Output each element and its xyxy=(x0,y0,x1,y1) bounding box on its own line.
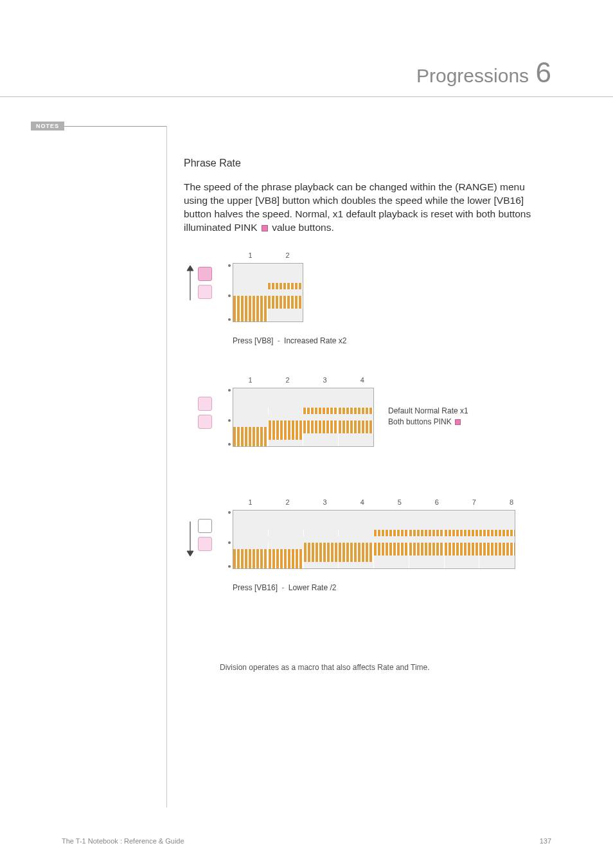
svg-marker-1 xyxy=(187,266,193,271)
vb8-button-indicator xyxy=(198,519,212,533)
grid1-col-labels: 1 2 xyxy=(233,251,305,259)
page-header: Progressions 6 xyxy=(0,57,613,97)
header-title: Progressions xyxy=(416,65,529,87)
caption-rate-half: Press [VB16] - Lower Rate /2 xyxy=(233,583,336,592)
grid2-col-labels: 1 2 3 4 xyxy=(233,376,380,384)
section-title: Phrase Rate xyxy=(184,158,547,169)
caption-rate-x2: Press [VB8] - Increased Rate x2 xyxy=(233,336,346,345)
dash-icon: - xyxy=(281,583,284,592)
col-label: 1 xyxy=(233,251,268,259)
arrow-down-icon xyxy=(186,520,194,559)
col-label: 2 xyxy=(270,498,305,506)
footer-text: The T-1 Notebook : Reference & Guide xyxy=(62,837,184,845)
notes-badge: NOTES xyxy=(31,122,64,131)
col-label: 7 xyxy=(456,498,492,506)
main-content: Phrase Rate The speed of the phrase play… xyxy=(184,158,547,717)
caption-b: Lower Rate /2 xyxy=(289,583,337,592)
col-label: 5 xyxy=(382,498,417,506)
notes-rule: NOTES xyxy=(53,126,167,127)
col-label: 4 xyxy=(344,498,380,506)
body-paragraph: The speed of the phrase playback can be … xyxy=(184,181,547,235)
grid-rate-x1 xyxy=(233,388,374,447)
dash-icon: - xyxy=(278,336,280,345)
notes-divider xyxy=(166,126,167,808)
svg-marker-3 xyxy=(187,551,193,556)
grid-rate-x2 xyxy=(233,263,303,322)
diagram-footnote: Division operates as a macro that also a… xyxy=(220,663,430,672)
vb16-button-indicator xyxy=(198,537,212,551)
col-label: 6 xyxy=(419,498,454,506)
para-part-a: The speed of the phrase playback can be … xyxy=(184,181,531,233)
pink-square-icon xyxy=(455,419,461,425)
col-label: 1 xyxy=(233,376,268,384)
sidecap-line-a: Default Normal Rate x1 xyxy=(388,406,468,417)
col-label: 3 xyxy=(307,376,342,384)
caption-b: Increased Rate x2 xyxy=(284,336,346,345)
para-part-b: value buttons. xyxy=(269,222,334,233)
sidecap-line-b: Both buttons PINK xyxy=(388,417,454,426)
grid3-col-labels: 1 2 3 4 5 6 7 8 xyxy=(233,498,529,506)
button-pair-default xyxy=(184,397,212,433)
pink-square-icon xyxy=(262,225,268,231)
page-number: 137 xyxy=(540,837,551,845)
button-pair-decrease xyxy=(184,519,212,555)
grid-rate-half xyxy=(233,510,515,569)
col-label: 1 xyxy=(233,498,268,506)
button-pair-increase xyxy=(184,267,212,303)
vb16-button-indicator xyxy=(198,285,212,299)
sidecaption-default: Default Normal Rate x1 Both buttons PINK xyxy=(388,406,468,428)
vb8-button-indicator xyxy=(198,397,212,411)
arrow-up-icon xyxy=(186,266,194,304)
col-label: 4 xyxy=(344,376,380,384)
caption-a: Press [VB8] xyxy=(233,336,273,345)
vb8-button-indicator xyxy=(198,267,212,281)
diagram-area: 1 2 Press [VB8] - Increased Rate xyxy=(184,254,547,717)
col-label: 3 xyxy=(307,498,342,506)
col-label: 2 xyxy=(270,251,305,259)
col-label: 8 xyxy=(493,498,529,506)
notes-sidebar: NOTES xyxy=(53,126,167,127)
chapter-number: 6 xyxy=(536,57,551,89)
vb16-button-indicator xyxy=(198,415,212,429)
caption-a: Press [VB16] xyxy=(233,583,278,592)
col-label: 2 xyxy=(270,376,305,384)
